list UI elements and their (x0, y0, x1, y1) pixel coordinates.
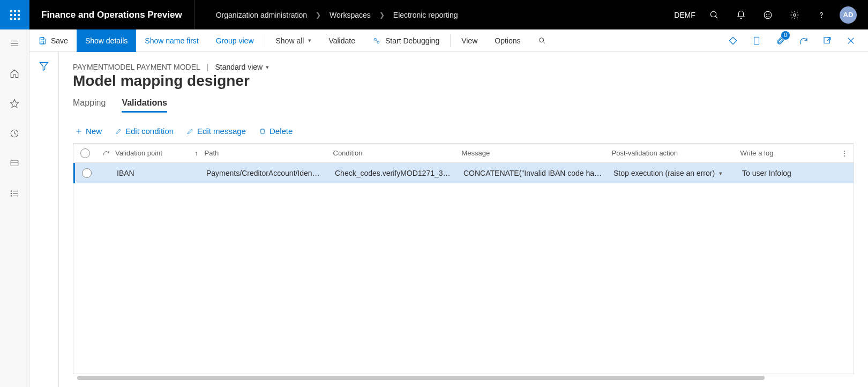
chevron-down-icon: ▾ (266, 64, 269, 71)
delete-button[interactable]: Delete (259, 126, 293, 136)
filter-button[interactable] (39, 61, 49, 73)
group-view-button[interactable]: Group view (207, 29, 263, 52)
svg-rect-21 (41, 41, 43, 43)
hamburger-icon (10, 39, 19, 48)
cell-validation-point: IBAN (117, 169, 196, 177)
post-action-value: Stop execution (raise an error) (613, 169, 715, 177)
related-forms-button[interactable] (724, 32, 742, 49)
page-icon (752, 36, 761, 46)
close-button[interactable] (842, 32, 859, 49)
breadcrumb-item[interactable]: Organization administration (216, 11, 307, 19)
page-breadcrumb: PAYMENTMODEL PAYMENT MODEL | Standard vi… (73, 63, 854, 71)
top-nav-bar: Finance and Operations Preview Organizat… (0, 0, 868, 29)
grid-actions: New Edit condition Edit message Delete (73, 126, 854, 136)
options-button[interactable]: Options (486, 29, 529, 52)
edit-message-button[interactable]: Edit message (186, 126, 246, 136)
cell-path: Payments/CreditorAccount/Iden… (206, 169, 335, 177)
svg-rect-28 (754, 37, 759, 44)
search-icon (709, 10, 719, 20)
separator (265, 34, 265, 47)
show-name-first-button[interactable]: Show name first (136, 29, 207, 52)
page-options-button[interactable] (748, 32, 765, 49)
action-bar-right: 0 (724, 32, 868, 49)
home-button[interactable] (6, 65, 23, 82)
bell-icon (736, 10, 746, 20)
svg-rect-29 (824, 38, 830, 43)
show-details-button[interactable]: Show details (77, 29, 136, 52)
view-button[interactable]: View (453, 29, 486, 52)
refresh-button[interactable] (795, 32, 812, 49)
search-icon (538, 36, 547, 45)
col-post-action[interactable]: Post-validation action (612, 149, 740, 157)
search-button[interactable] (701, 0, 728, 29)
start-debugging-button[interactable]: Start Debugging (364, 29, 448, 52)
select-all-checkbox[interactable] (73, 148, 97, 158)
tab-validations[interactable]: Validations (122, 98, 167, 113)
svg-point-3 (766, 14, 767, 14)
waffle-icon (10, 10, 20, 20)
grid-more-button[interactable]: ⋮ (815, 149, 854, 157)
cell-post-action[interactable]: Stop execution (raise an error) ▾ (613, 169, 742, 177)
edit-condition-button[interactable]: Edit condition (115, 126, 174, 136)
svg-point-19 (11, 196, 12, 197)
row-select[interactable] (75, 168, 99, 178)
refresh-grid-button[interactable] (97, 150, 115, 157)
table-row[interactable]: IBAN ↑ Payments/CreditorAccount/Iden… Ch… (73, 163, 854, 183)
tabs: Mapping Validations (73, 98, 854, 113)
clock-icon (10, 129, 19, 138)
save-button[interactable]: Save (29, 29, 77, 52)
scrollbar-thumb[interactable] (77, 376, 765, 380)
col-path[interactable]: Path (205, 149, 333, 157)
notifications-button[interactable] (728, 0, 754, 29)
new-label: New (86, 126, 102, 136)
validate-button[interactable]: Validate (320, 29, 364, 52)
model-label: PAYMENTMODEL PAYMENT MODEL (73, 63, 200, 71)
cell-condition: Check_codes.verifyMOD1271_3… (335, 169, 463, 177)
user-avatar[interactable]: AD (835, 0, 862, 29)
col-validation-point[interactable]: Validation point (115, 149, 194, 157)
show-all-dropdown[interactable]: Show all ▾ (267, 29, 320, 52)
popout-icon (822, 36, 832, 46)
help-button[interactable] (808, 0, 835, 29)
breadcrumb: Organization administration ❯ Workspaces… (194, 11, 674, 19)
breadcrumb-item[interactable]: Workspaces (330, 11, 371, 19)
horizontal-scrollbar[interactable] (73, 374, 854, 382)
workspaces-button[interactable] (6, 155, 23, 172)
top-right-tools: DEMF AD (674, 0, 868, 29)
cell-write-log: To user Infolog (742, 169, 817, 177)
entity-label[interactable]: DEMF (674, 0, 701, 29)
view-dropdown[interactable]: Standard view ▾ (215, 63, 269, 71)
refresh-icon (102, 150, 110, 157)
action-bar: Save Show details Show name first Group … (29, 29, 868, 52)
breadcrumb-item[interactable]: Electronic reporting (393, 11, 458, 19)
col-message[interactable]: Message (462, 149, 612, 157)
tab-mapping[interactable]: Mapping (73, 98, 106, 113)
recent-button[interactable] (6, 125, 23, 142)
feedback-button[interactable] (754, 0, 781, 29)
find-button[interactable] (529, 29, 555, 52)
plus-icon (75, 128, 83, 135)
diamond-icon (728, 36, 738, 46)
popout-button[interactable] (819, 32, 836, 49)
expand-nav-button[interactable] (6, 35, 23, 52)
filter-column (29, 52, 59, 387)
app-launcher-button[interactable] (0, 0, 29, 29)
cell-message: CONCATENATE("Invalid IBAN code ha… (463, 169, 613, 177)
settings-button[interactable] (781, 0, 808, 29)
svg-line-26 (543, 41, 544, 43)
svg-point-25 (539, 38, 543, 42)
star-icon (10, 99, 19, 108)
svg-point-17 (11, 191, 12, 192)
col-condition[interactable]: Condition (333, 149, 462, 157)
svg-line-1 (715, 16, 717, 18)
svg-line-30 (827, 38, 830, 41)
new-button[interactable]: New (75, 126, 102, 136)
main-area: PAYMENTMODEL PAYMENT MODEL | Standard vi… (29, 52, 868, 387)
workspace-icon (10, 159, 19, 168)
favorites-button[interactable] (6, 95, 23, 112)
smiley-icon (763, 10, 773, 20)
modules-button[interactable] (6, 185, 23, 202)
attachments-button[interactable]: 0 (772, 32, 789, 49)
col-write-log[interactable]: Write a log (740, 149, 815, 157)
left-rail (0, 29, 29, 387)
